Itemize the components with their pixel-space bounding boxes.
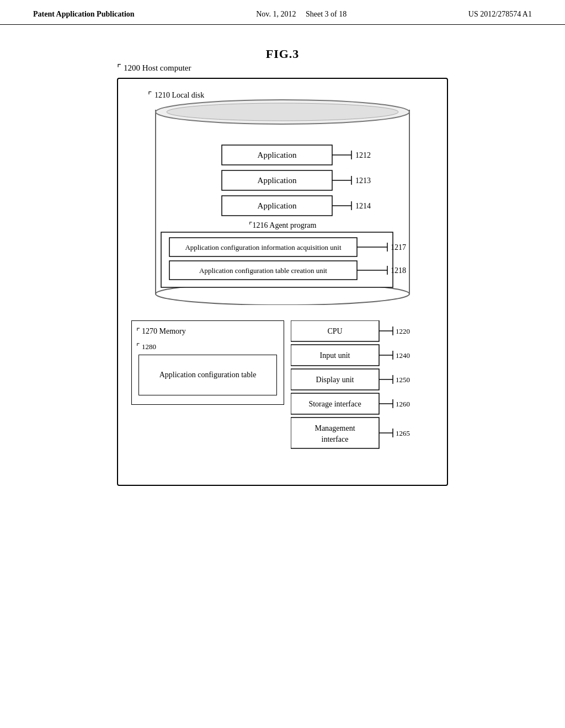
memory-inner-ref-label: ⌜ 1280 <box>136 342 279 351</box>
svg-text:Application: Application <box>258 151 297 159</box>
memory-outer-box: ⌜ 1270 Memory ⌜ 1280 Application configu… <box>131 320 284 405</box>
figure-title: FIG.3 <box>0 47 565 61</box>
svg-text:Management: Management <box>315 424 355 432</box>
bottom-section: ⌜ 1270 Memory ⌜ 1280 Application configu… <box>131 320 434 469</box>
svg-point-4 <box>167 103 398 121</box>
memory-label: ⌜ 1270 Memory <box>136 326 279 336</box>
svg-text:1214: 1214 <box>355 202 371 210</box>
svg-text:1213: 1213 <box>355 176 371 185</box>
svg-text:Input unit: Input unit <box>320 351 350 360</box>
diagram-area: ⌜ 1200 Host computer ⌜ 1210 Local disk <box>62 78 503 486</box>
header-date-sheet: Nov. 1, 2012 Sheet 3 of 18 <box>256 10 347 19</box>
page-header: Patent Application Publication Nov. 1, 2… <box>0 0 565 25</box>
local-disk-area: ⌜ 1210 Local disk A <box>131 95 434 305</box>
app-config-table-box: Application configuration table <box>138 355 277 395</box>
svg-text:Storage interface: Storage interface <box>308 400 361 408</box>
svg-text:1220: 1220 <box>396 327 410 335</box>
svg-text:Application: Application <box>258 201 297 210</box>
cpu-units-column: CPU 1220 Input unit 1240 Display unit <box>291 320 434 469</box>
svg-text:Application configuration info: Application configuration information ac… <box>185 243 341 251</box>
host-computer-box: ⌜ 1210 Local disk A <box>117 78 448 486</box>
local-disk-label: ⌜ 1210 Local disk <box>148 91 204 100</box>
svg-rect-43 <box>291 417 379 448</box>
cpu-units-svg: CPU 1220 Input unit 1240 Display unit <box>291 320 412 469</box>
local-disk-cylinder: Application 1212 Application 1213 Applic… <box>139 95 426 305</box>
header-sheet: Sheet 3 of 18 <box>306 10 347 18</box>
header-publication-label: Patent Application Publication <box>33 10 135 19</box>
svg-text:CPU: CPU <box>327 327 342 335</box>
svg-text:1265: 1265 <box>396 429 410 437</box>
svg-text:1240: 1240 <box>396 351 410 360</box>
svg-text:1260: 1260 <box>396 400 410 408</box>
host-computer-label: ⌜ 1200 Host computer <box>117 63 191 73</box>
header-patent-number: US 2012/278574 A1 <box>468 10 532 19</box>
svg-text:Display unit: Display unit <box>316 376 354 384</box>
svg-text:Application configuration tabl: Application configuration table creation… <box>199 266 327 275</box>
host-computer-wrapper: ⌜ 1200 Host computer ⌜ 1210 Local disk <box>117 78 448 486</box>
svg-text:1217: 1217 <box>391 243 406 251</box>
svg-text:1218: 1218 <box>391 266 406 275</box>
svg-text:Application: Application <box>258 176 297 185</box>
svg-text:1212: 1212 <box>355 151 371 159</box>
svg-text:interface: interface <box>322 435 349 443</box>
header-date: Nov. 1, 2012 <box>256 10 296 18</box>
svg-text:1250: 1250 <box>396 376 410 384</box>
svg-text:⌜1216 Agent program: ⌜1216 Agent program <box>249 221 317 229</box>
